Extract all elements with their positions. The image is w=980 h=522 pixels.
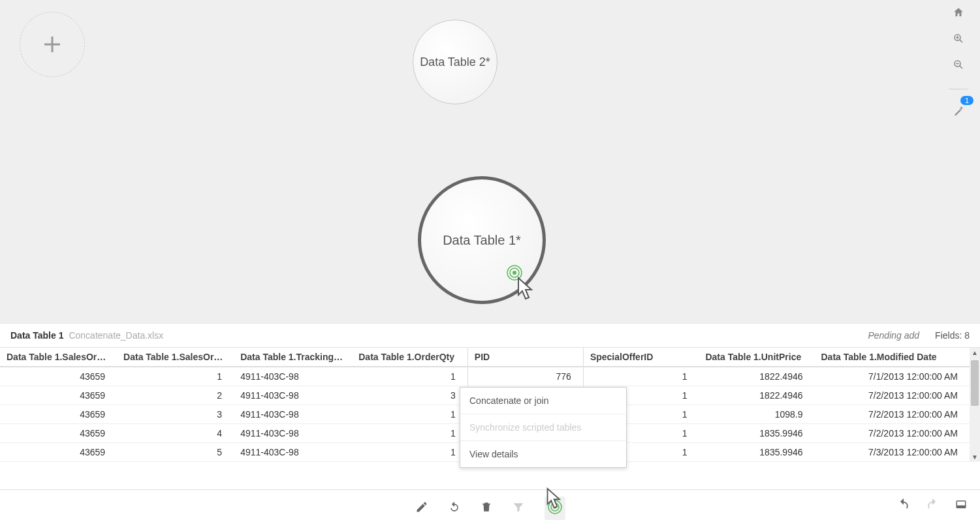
- data-bubble-table2[interactable]: Data Table 2*: [413, 20, 498, 104]
- table-cell: 7/3/2013 12:00:00 AM: [815, 443, 970, 462]
- table-cell: 1098.9: [699, 405, 814, 424]
- table-cell: 43659: [0, 367, 117, 386]
- table-cell: 1: [352, 443, 467, 462]
- menu-concatenate-join[interactable]: Concatenate or join: [460, 388, 626, 414]
- home-icon[interactable]: [953, 7, 964, 21]
- wand-icon: [953, 105, 964, 117]
- column-header[interactable]: SpecialOfferID: [583, 348, 699, 367]
- table-cell: 4: [117, 424, 234, 443]
- scroll-down-icon[interactable]: ▼: [972, 452, 978, 462]
- column-header[interactable]: Data Table 1.SalesOrderID: [0, 348, 117, 367]
- table-name-label: Data Table 1: [10, 330, 63, 341]
- table-cell: 43659: [0, 424, 117, 443]
- table-source-file: Concatenate_Data.xlsx: [69, 330, 163, 341]
- associate-button[interactable]: [545, 497, 565, 520]
- menu-view-details[interactable]: View details: [460, 440, 626, 467]
- table-cell: 1: [117, 367, 234, 386]
- reload-button[interactable]: [448, 500, 461, 516]
- table-cell: 3: [352, 386, 467, 405]
- data-bubble-label: Data Table 2*: [420, 55, 490, 69]
- undo-button[interactable]: [896, 498, 911, 514]
- table-cell: 1: [352, 424, 467, 443]
- canvas-side-tools: 1: [949, 7, 968, 119]
- table-cell: 1: [583, 367, 699, 386]
- table-cell: 7/2/2013 12:00:00 AM: [815, 424, 970, 443]
- plus-icon: [40, 33, 64, 56]
- table-cell: 7/2/2013 12:00:00 AM: [815, 405, 970, 424]
- table-cell: 1822.4946: [699, 367, 814, 386]
- table-cell: 7/1/2013 12:00:00 AM: [815, 367, 970, 386]
- vertical-scrollbar[interactable]: ▲ ▼: [970, 348, 980, 462]
- column-header[interactable]: Data Table 1.TrackingNum...: [234, 348, 352, 367]
- table-cell: 2: [117, 386, 234, 405]
- redo-button: [925, 498, 940, 514]
- badge-count: 1: [960, 96, 973, 105]
- table-cell: 43659: [0, 405, 117, 424]
- association-context-menu: Concatenate or join Synchronize scripted…: [460, 387, 627, 468]
- table-cell: 1835.9946: [699, 424, 814, 443]
- pending-status: Pending add: [868, 330, 919, 341]
- scroll-up-icon[interactable]: ▲: [972, 348, 978, 358]
- table-cell: 43659: [0, 443, 117, 462]
- table-header-row: Data Table 1.SalesOrderID Data Table 1.S…: [0, 348, 970, 367]
- column-header[interactable]: Data Table 1.OrderQty: [352, 348, 467, 367]
- table-info-bar: Data Table 1 Concatenate_Data.xlsx Pendi…: [0, 323, 980, 347]
- scrollbar-thumb[interactable]: [971, 360, 979, 406]
- panel-icon: [954, 499, 968, 510]
- redo-icon: [925, 498, 940, 511]
- menu-synchronize-scripted: Synchronize scripted tables: [460, 414, 626, 440]
- table-cell: 1822.4946: [699, 386, 814, 405]
- field-count: Fields: 8: [935, 330, 970, 341]
- table-cell: 1835.9946: [699, 443, 814, 462]
- zoom-in-icon[interactable]: [953, 33, 964, 47]
- table-cell: 5: [117, 443, 234, 462]
- filter-icon: [512, 500, 525, 514]
- table-cell: 1: [352, 405, 467, 424]
- toggle-data-panel-button[interactable]: [954, 499, 968, 513]
- table-cell: 1: [352, 367, 467, 386]
- pencil-icon: [415, 500, 428, 514]
- column-header[interactable]: PID: [467, 348, 583, 367]
- table-cell: 4911-403C-98: [234, 386, 352, 405]
- column-header[interactable]: Data Table 1.UnitPrice: [699, 348, 814, 367]
- undo-icon: [896, 498, 911, 511]
- table-cell: 7/2/2013 12:00:00 AM: [815, 386, 970, 405]
- add-data-button[interactable]: [20, 12, 85, 77]
- recommendations-button[interactable]: 1: [953, 105, 964, 119]
- edit-button[interactable]: [415, 500, 428, 516]
- table-cell: 3: [117, 405, 234, 424]
- svg-point-7: [553, 506, 556, 509]
- filter-button: [512, 500, 525, 516]
- column-header[interactable]: Data Table 1.Modified Date: [815, 348, 970, 367]
- data-graph-canvas[interactable]: Data Table 2* Data Table 1* 1: [0, 0, 980, 323]
- table-cell: 4911-403C-98: [234, 367, 352, 386]
- data-bubble-table1[interactable]: Data Table 1*: [418, 176, 546, 304]
- table-row[interactable]: 4365914911-403C-98177611822.49467/1/2013…: [0, 367, 970, 386]
- svg-rect-9: [956, 506, 966, 508]
- reload-icon: [448, 500, 461, 514]
- zoom-out-icon[interactable]: [953, 59, 964, 73]
- bottom-toolbar: [0, 489, 980, 522]
- target-icon: [547, 499, 563, 515]
- table-cell: 43659: [0, 386, 117, 405]
- table-cell: 776: [467, 367, 583, 386]
- table-cell: 4911-403C-98: [234, 443, 352, 462]
- table-cell: 4911-403C-98: [234, 424, 352, 443]
- table-cell: 4911-403C-98: [234, 405, 352, 424]
- data-bubble-label: Data Table 1*: [443, 233, 521, 248]
- trash-icon: [481, 500, 492, 514]
- column-header[interactable]: Data Table 1.SalesOrder...: [117, 348, 234, 367]
- delete-button[interactable]: [481, 500, 492, 516]
